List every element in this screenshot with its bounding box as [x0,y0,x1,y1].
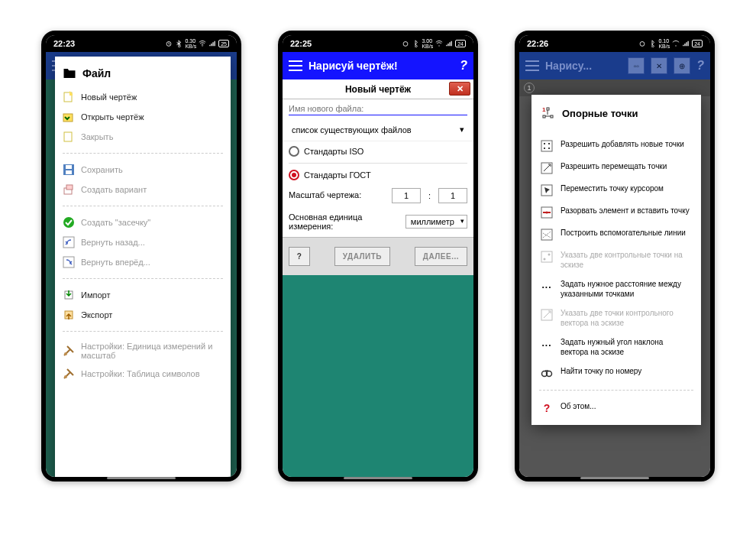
scale-denominator-input[interactable]: 1 [438,188,467,203]
signal-icon [208,40,216,47]
status-bar: 22:25 3.00KB/s 24 [283,35,473,52]
menu-header: 1 Опорные точки [531,101,701,128]
tools-icon [63,368,75,380]
menu-divider [63,331,223,332]
battery-indicator: 25 [218,40,229,47]
svg-text:1: 1 [542,106,546,113]
svg-rect-35 [541,251,552,262]
filename-input[interactable] [289,102,467,115]
dialog-title-bar: Новый чертёж ✕ [283,79,473,99]
svg-point-16 [64,375,67,378]
menu-settings-symbols: Настройки: Таблица символов [55,364,231,384]
alarm-icon [402,40,409,47]
export-icon [63,309,75,321]
bluetooth-icon [412,40,419,47]
status-bar: 22:26 0.10KB/s 24 [519,35,710,52]
wifi-icon [672,40,680,47]
existing-files-dropdown[interactable]: список существующих файлов ▾ [283,118,473,141]
menu-create-snapshot: Создать "засечку" [55,212,231,232]
delete-button[interactable]: УДАЛИТЬ [334,247,390,266]
menu-two-vector-points: Указать две точки контрольного вектора н… [531,303,701,332]
wifi-icon [199,40,206,47]
folder-icon [63,67,76,79]
menu-export[interactable]: Экспорт [55,305,231,325]
app-bar: Нарисуй чертёж! ? [283,52,473,79]
menu-icon[interactable] [289,60,302,71]
radio-gost[interactable]: Стандарты ГОСТ [283,165,473,185]
phone-screenshot-3: 22:26 0.10KB/s 24 Нарису... ▫▫ ✕ ⊕ ? [515,31,715,481]
signal-icon [682,40,690,47]
svg-point-1 [202,45,203,46]
save-icon [63,164,75,176]
radio-iso[interactable]: Стандарты ISO [283,141,473,161]
menu-divider [63,153,223,154]
toolbar-zoom-icon[interactable]: ⊕ [674,57,690,74]
menu-import[interactable]: Импорт [55,285,231,305]
menu-icon[interactable] [525,60,539,71]
menu-move-with-cursor[interactable]: Переместить точку курсором [531,179,701,201]
svg-point-36 [544,258,546,261]
help-button[interactable]: ? [289,247,310,266]
menu-new-drawing[interactable]: Новый чертёж [55,87,231,107]
app-title: Нарису... [545,60,622,72]
battery-indicator: 24 [455,40,466,47]
menu-find-point[interactable]: Найти точку по номеру [531,362,701,384]
bluetooth-icon [648,40,656,47]
menu-redo: Вернуть вперёд... [55,252,231,272]
menu-open-drawing[interactable]: Открыть чертёж [55,107,231,127]
status-time: 22:23 [53,39,75,48]
home-indicator[interactable] [107,477,176,479]
variant-icon [63,183,75,196]
ellipsis-icon: ... [541,280,553,292]
move-point-icon [541,162,553,174]
unit-row: Основная единица измерения: миллиметр [283,206,473,237]
unit-select[interactable]: миллиметр [405,215,467,229]
menu-allow-move-points[interactable]: Разрешить перемещать точки [531,157,701,179]
svg-point-15 [64,352,67,355]
svg-point-17 [403,42,408,47]
status-time: 22:26 [527,39,548,48]
next-button[interactable]: ДАЛЕЕ... [415,247,467,266]
svg-point-29 [548,148,550,149]
app-title: Нарисуй чертёж! [309,60,454,72]
menu-divider [63,278,223,279]
dialog-button-row: ? УДАЛИТЬ ДАЛЕЕ... [283,237,473,275]
menu-close-drawing: Закрыть [55,127,231,147]
menu-build-helper-lines[interactable]: Построить вспомогательные линии [531,223,701,245]
svg-point-28 [544,148,545,149]
menu-break-element[interactable]: Разорвать элемент и вставить точку [531,201,701,223]
step-indicator-1: 1 [524,83,535,93]
home-indicator[interactable] [344,477,412,479]
chevron-down-icon: ▾ [460,125,464,135]
tools-icon [63,345,75,357]
scale-row: Масштаб чертежа: 1 : 1 [283,185,473,206]
close-icon[interactable]: ✕ [449,82,470,96]
svg-point-18 [439,45,440,46]
svg-rect-11 [63,237,74,248]
grid-icon [541,140,553,152]
toolbar-points-icon[interactable]: ▫▫ [628,57,645,74]
home-indicator[interactable] [580,477,649,479]
open-icon [63,111,75,123]
close-doc-icon [63,131,75,143]
svg-point-37 [548,254,551,256]
status-time: 22:25 [290,39,312,48]
two-points-icon [541,251,553,263]
lines-icon [541,229,553,241]
toolbar-tools-icon[interactable]: ✕ [651,57,667,74]
menu-about[interactable]: ? Об этом... [531,397,701,419]
menu-set-distance[interactable]: ... Задать нужное расстояние между указа… [531,274,701,303]
menu-allow-add-points[interactable]: Разрешить добавлять новые точки [531,135,701,157]
scale-numerator-input[interactable]: 1 [392,188,421,203]
svg-point-10 [63,217,74,228]
reference-points-popup: 1 Опорные точки Разрешить добавлять новы… [531,95,701,425]
help-button[interactable]: ? [460,59,467,73]
wifi-icon [435,40,443,47]
svg-rect-22 [547,108,549,110]
menu-settings-units: Настройки: Единица измерений и масштаб [55,338,231,364]
menu-two-control-points: Указать две контрольные точки на эскизе [531,245,701,274]
check-icon [63,216,75,229]
status-bar: 22:23 0.30KB/s 25 [46,35,237,52]
help-button[interactable]: ? [696,59,704,73]
menu-set-angle[interactable]: ... Задать нужный угол наклона вектора н… [531,332,701,362]
